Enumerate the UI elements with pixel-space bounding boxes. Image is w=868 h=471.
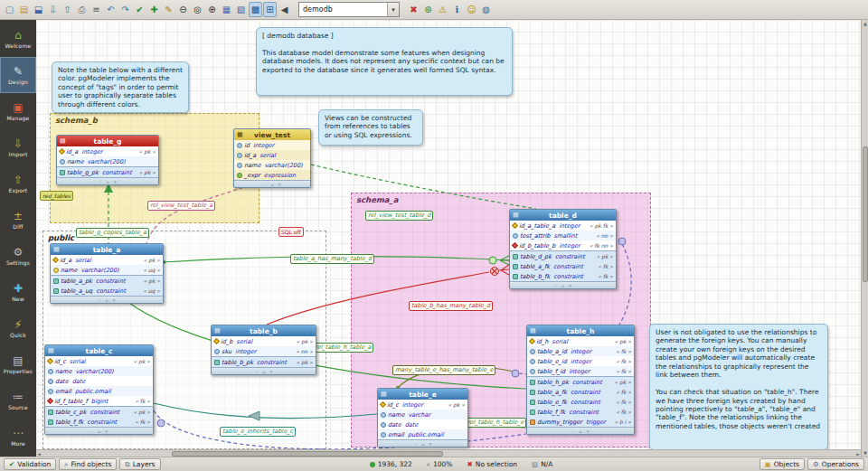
model-canvas[interactable]: schema_bschema_apublic (36, 20, 861, 449)
rel-label-table_e_inherits_table_c[interactable]: table_e_inherits_table_c (220, 427, 296, 437)
expand-icon[interactable]: ▵ (262, 369, 265, 374)
collapse-icon[interactable]: ▿ (429, 441, 431, 447)
view_test-row-id[interactable]: idinteger (234, 140, 310, 150)
table_b-header[interactable]: ▤table_b (212, 325, 316, 336)
lock-icon[interactable]: ◦ (554, 283, 557, 288)
table_a-row-table_a_pk[interactable]: table_a_pkconstraint« pk » (51, 276, 163, 286)
expand-icon[interactable]: ▵ (561, 283, 564, 288)
table_h-row-table_e_fk[interactable]: table_e_fkconstraint« fk » (527, 397, 634, 407)
open-model-icon[interactable]: ▤ (17, 2, 31, 17)
print-model-icon[interactable]: ⎙ (75, 2, 89, 17)
horizontal-scrollbar[interactable]: ◄ ► (36, 449, 861, 457)
support-icon[interactable]: ◍ (479, 2, 493, 17)
table_c-row-email[interactable]: emailpublic.email (45, 386, 153, 396)
table_d-header[interactable]: ▤table_d (510, 210, 616, 221)
new-object-icon[interactable]: ✚ (147, 2, 161, 17)
lock-icon[interactable]: ◦ (572, 429, 575, 434)
layers-button[interactable]: ⧉ Layers (119, 458, 160, 470)
table_c-row-name[interactable]: namevarchar(200) (45, 366, 153, 376)
collapse-icon[interactable]: ▿ (587, 429, 590, 434)
arrange-objects-icon[interactable]: ⊛ (421, 2, 435, 17)
collapse-icon[interactable]: ▿ (114, 179, 117, 184)
table_d-row-table_d_pk[interactable]: table_d_pkconstraint« pk » (510, 251, 616, 261)
table_e-row-date[interactable]: datedate (378, 419, 467, 429)
collapse-icon[interactable]: ▿ (105, 429, 108, 434)
table_c-row-date[interactable]: datedate (45, 376, 153, 386)
table-table_d[interactable]: ▤table_did_a_table_ainteger« pk fk »test… (509, 209, 617, 289)
sidebar-item-design[interactable]: ✎Design (0, 57, 36, 93)
sidebar-item-properties[interactable]: ▤Properties (0, 346, 36, 382)
recent-models-icon[interactable]: ≡ (90, 2, 103, 17)
sidebar-item-export[interactable]: ⇧Export (0, 165, 36, 202)
edit-object-icon[interactable]: ✎ (162, 2, 175, 17)
scroll-down-icon[interactable]: ▼ (863, 450, 867, 456)
model-selector[interactable]: demodb ▾ (298, 2, 400, 17)
table_h-row-table_a_fk[interactable]: table_a_fkconstraint« fk » (527, 387, 634, 397)
table_h-row-id_h[interactable]: id_hserial« pk » (527, 336, 634, 346)
compact-view-icon[interactable]: ▩ (249, 2, 262, 17)
table_g-row-table_g_pk[interactable]: table_g_pkconstraint« pk » (57, 167, 158, 177)
rel-label-rel_view_test_table_d[interactable]: rel_view_test_table_d (365, 211, 433, 221)
table_h-row-table_h_pk[interactable]: table_h_pkconstraint« pk » (527, 377, 634, 387)
lock-icon[interactable]: ◦ (90, 429, 93, 434)
table_e-header[interactable]: ▤table_e (378, 389, 467, 400)
view_test-row-id_a[interactable]: id_aserial (234, 150, 310, 160)
sidebar-item-diff[interactable]: ±Diff (0, 202, 36, 238)
view_test-row-_expr[interactable]: _exprexpression (234, 170, 310, 180)
table_d-row-id_a_table_a[interactable]: id_a_table_ainteger« pk fk » (510, 221, 616, 231)
table_h-row-table_f_id[interactable]: table_f_idinteger« fk » (527, 366, 634, 376)
table_b-row-table_b_pk[interactable]: table_b_pkconstraint« pk » (212, 357, 316, 367)
operations-panel-button[interactable]: ⚙ Operations (807, 458, 864, 470)
export-model-icon[interactable]: ⇧ (61, 2, 74, 17)
about-icon[interactable]: ℹ (450, 2, 464, 17)
rel-label-rel_table_h_table_e[interactable]: rel_table_h_table_e (465, 418, 526, 428)
collapse-icon[interactable]: ▿ (113, 297, 116, 303)
expand-icon[interactable]: ▵ (106, 297, 108, 303)
zoom-in-icon[interactable]: ⊕ (205, 2, 219, 17)
table-table_h[interactable]: ▤table_hid_hserial« pk »table_a_idintege… (526, 325, 635, 435)
table_h-row-dummy_trigger[interactable]: dummy_triggertrigger« b i » (527, 417, 634, 427)
chevron-down-icon[interactable]: ▾ (387, 3, 399, 16)
new-model-icon[interactable]: ▢ (3, 2, 16, 17)
sidebar-item-welcome[interactable]: ⌂Welcome (0, 21, 36, 57)
collapse-icon[interactable]: ▿ (278, 182, 281, 187)
table_c-row-id_c[interactable]: id_cserial« pk » (45, 356, 153, 366)
table_g-header[interactable]: ▤table_g (57, 136, 158, 146)
vertical-scroll-thumb[interactable] (863, 146, 868, 282)
table-table_c[interactable]: ▤table_cid_cserial« pk »namevarchar(200)… (44, 344, 154, 435)
table-view_test[interactable]: ▦view_testidintegerid_aserialnamevarchar… (233, 128, 311, 188)
sidebar-item-quick[interactable]: ⚡Quick (0, 310, 36, 346)
table_h-row-table_e_id[interactable]: table_e_idinteger« fk » (527, 356, 634, 366)
save-model-icon[interactable]: ⬓ (32, 2, 45, 17)
table_c-row-table_c_pk[interactable]: table_c_pkconstraint« pk » (45, 407, 153, 417)
table_d-row-test_attrib[interactable]: test_attribsmallint« nn » (510, 231, 616, 240)
validation-button[interactable]: ✔ Validation (4, 458, 56, 470)
table_d-row-table_b_fk[interactable]: table_b_fkconstraint« fk » (510, 271, 616, 281)
collapse-icon[interactable]: ▿ (269, 369, 272, 374)
redo-icon[interactable]: ↷ (118, 2, 132, 17)
find-objects-button[interactable]: ⌕ Find objects (59, 458, 117, 470)
view_test-header[interactable]: ▦view_test (234, 129, 310, 140)
table_e-row-name[interactable]: namevarchar (378, 410, 467, 419)
table_b-row-sku[interactable]: skuinteger« nn » (212, 346, 316, 356)
import-sql-icon[interactable]: ⇩ (46, 2, 60, 17)
sidebar-item-import[interactable]: ⇩Import (0, 129, 36, 165)
table_a-row-name[interactable]: namevarchar(200)« uq » (51, 265, 163, 275)
tag-red_tables[interactable]: red_tables (40, 191, 73, 201)
sidebar-item-new[interactable]: ✚New (0, 274, 36, 310)
table_d-row-id_b_table_b[interactable]: id_b_table_binteger« fk nn » (510, 240, 616, 250)
expand-icon[interactable]: ▵ (98, 429, 100, 434)
fk-line-table_h-table_e[interactable] (519, 373, 526, 374)
lock-icon[interactable]: ◦ (414, 441, 417, 447)
expand-icon[interactable]: ▵ (580, 429, 582, 434)
table_g-row-id_a[interactable]: id_ainteger« pk » (57, 146, 158, 156)
zoom-out-icon[interactable]: ⊖ (176, 2, 190, 17)
rel-label-table_g_copies_table_a[interactable]: table_g_copies_table_a (76, 228, 149, 238)
table_d-row-table_a_fk[interactable]: table_a_fkconstraint« fk » (510, 261, 616, 271)
table_c-header[interactable]: ▤table_c (45, 345, 153, 356)
rel-line-rel_view_test_table_a[interactable] (146, 185, 249, 243)
rel-label-rel_table_h_table_a[interactable]: rel_table_h_table_a (312, 343, 373, 353)
show-grid-icon[interactable]: ▦ (220, 2, 233, 17)
expand-icon[interactable]: ▵ (107, 179, 109, 184)
scroll-up-icon[interactable]: ▲ (863, 21, 867, 26)
